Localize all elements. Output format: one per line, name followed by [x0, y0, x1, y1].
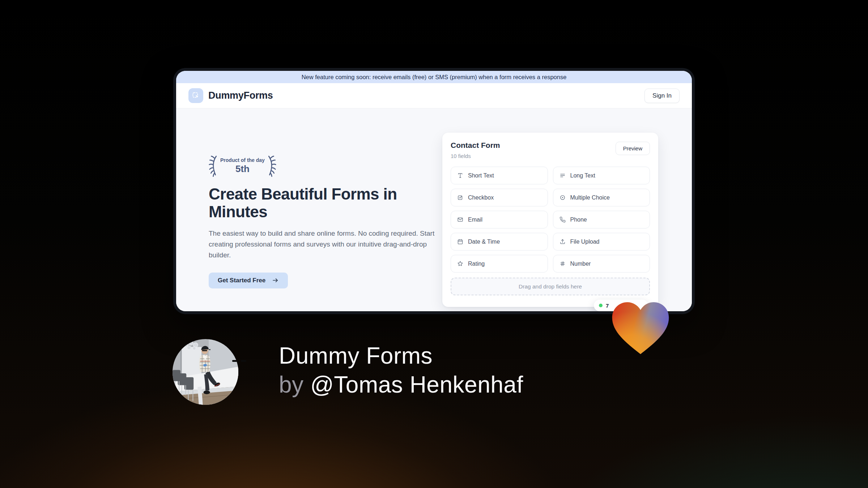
dashed-select-cursor-icon	[192, 91, 200, 100]
checkbox-icon	[457, 194, 463, 201]
form-builder-card: Contact Form 10 fields Preview Short Tex…	[442, 133, 658, 307]
field-button[interactable]: Long Text	[553, 167, 650, 184]
field-button[interactable]: Short Text	[451, 167, 548, 184]
field-button[interactable]: Email	[451, 211, 548, 228]
award-rank: 5th	[220, 163, 265, 175]
calendar-icon	[457, 239, 463, 245]
brand-logo[interactable]	[188, 88, 203, 103]
lines-icon	[559, 172, 566, 179]
phone-icon	[559, 217, 566, 223]
caption-by: by	[279, 372, 310, 398]
heart-decoration	[606, 294, 675, 359]
laurel-left-icon	[208, 155, 218, 177]
heart-icon	[606, 294, 675, 358]
announcement-banner: New feature coming soon: receive emails …	[176, 71, 692, 83]
award-label: Product of the day	[220, 157, 265, 163]
field-button[interactable]: Checkbox	[451, 189, 548, 206]
hero-description: The easiest way to build and share onlin…	[209, 228, 442, 261]
text-icon	[457, 172, 463, 179]
radio-icon	[559, 194, 566, 201]
field-button[interactable]: File Upload	[553, 233, 650, 251]
product-of-the-day-badge: Product of the day 5th	[208, 155, 440, 177]
site-header: DummyForms Sign In	[176, 83, 692, 108]
hero-section: Product of the day 5th	[176, 108, 692, 311]
green-dot-icon	[599, 304, 603, 307]
star-icon	[457, 261, 463, 267]
form-field-count: 10 fields	[451, 153, 500, 159]
get-started-button[interactable]: Get Started Free	[209, 273, 288, 288]
field-button[interactable]: Number	[553, 255, 650, 273]
hero-headline: Create Beautiful Forms in Minutes	[209, 185, 429, 221]
app-window-content: New feature coming soon: receive emails …	[176, 71, 692, 311]
field-button[interactable]: Multiple Choice	[553, 189, 650, 206]
form-card-header: Contact Form 10 fields Preview	[451, 141, 650, 159]
hero-copy: Product of the day 5th	[209, 155, 440, 288]
brand-name: DummyForms	[208, 90, 273, 101]
caption-title: Dummy Forms	[279, 341, 523, 370]
get-started-label: Get Started Free	[218, 277, 265, 284]
field-grid: Short Text Long Text Checkbox Multiple C…	[451, 167, 650, 273]
caption-byline: by @Tomas Henkenhaf	[279, 370, 523, 399]
caption: Dummy Forms by @Tomas Henkenhaf	[279, 341, 523, 399]
app-window: New feature coming soon: receive emails …	[173, 68, 695, 314]
upload-icon	[559, 239, 566, 245]
author-avatar	[173, 339, 238, 406]
drop-zone[interactable]: Drag and drop fields here	[451, 278, 650, 295]
avatar-photo	[173, 339, 238, 405]
dash-doodle	[232, 360, 246, 362]
field-button[interactable]: Date & Time	[451, 233, 548, 251]
laurel-right-icon	[267, 155, 277, 177]
field-button[interactable]: Rating	[451, 255, 548, 273]
field-button[interactable]: Phone	[553, 211, 650, 228]
envelope-icon	[457, 217, 463, 223]
caption-author: @Tomas Henkenhaf	[310, 372, 523, 398]
promo-canvas: New feature coming soon: receive emails …	[0, 0, 868, 488]
hash-icon	[559, 261, 566, 267]
preview-button[interactable]: Preview	[616, 142, 650, 155]
arrow-right-icon	[272, 277, 279, 284]
form-title: Contact Form	[451, 141, 500, 150]
sign-in-button[interactable]: Sign In	[644, 89, 680, 103]
